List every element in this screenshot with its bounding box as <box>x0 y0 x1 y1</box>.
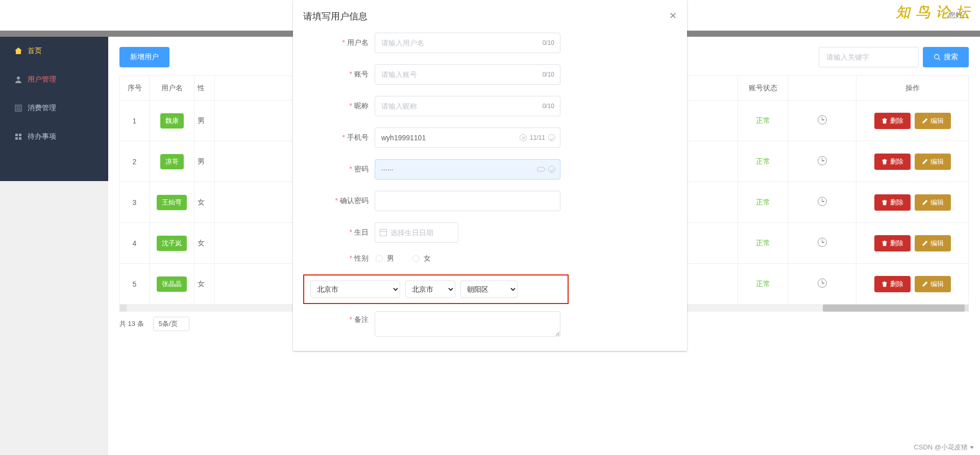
form-row-nickname: 昵称 0/10 <box>303 96 677 116</box>
radio-female-label: 女 <box>424 254 431 263</box>
watermark-footer: CSDN @小花皮猪 <box>914 443 974 452</box>
select-city[interactable]: 北京市 <box>405 281 455 298</box>
dialog-title: 请填写用户信息 <box>303 11 368 21</box>
form-row-confirm: 确认密码 <box>303 191 677 211</box>
label-password: 密码 <box>303 165 375 174</box>
label-remark: 备注 <box>303 311 375 324</box>
label-account: 账号 <box>303 70 375 79</box>
label-phone: 手机号 <box>303 133 375 142</box>
phone-suffix: 11/11 <box>520 134 555 141</box>
input-username[interactable] <box>375 33 560 53</box>
watermark-top: 知 鸟 论 坛 <box>896 3 971 22</box>
counter-nickname: 0/10 <box>542 103 555 110</box>
label-gender: 性别 <box>303 254 375 263</box>
input-nickname[interactable] <box>375 96 560 116</box>
dialog-body: 用户名 0/10 账号 0/10 昵称 0/10 手机号 <box>293 28 687 337</box>
counter-phone: 11/11 <box>530 134 545 141</box>
radio-male[interactable]: 男 <box>376 254 394 263</box>
user-form-dialog: 请填写用户信息 ✕ 用户名 0/10 账号 0/10 昵称 0/10 <box>293 0 687 351</box>
form-row-username: 用户名 0/10 <box>303 33 677 53</box>
radio-dot <box>412 255 420 262</box>
label-username: 用户名 <box>303 38 375 47</box>
input-password[interactable] <box>375 159 560 180</box>
form-row-phone: 手机号 11/11 <box>303 128 677 148</box>
dialog-header: 请填写用户信息 ✕ <box>293 0 687 28</box>
form-row-gender: 性别 男 女 <box>303 254 677 263</box>
region-selects: 北京市 北京市 朝阳区 <box>303 274 569 304</box>
clear-icon[interactable] <box>520 134 527 141</box>
check-icon <box>548 134 555 141</box>
radio-female[interactable]: 女 <box>412 254 431 263</box>
select-province[interactable]: 北京市 <box>310 281 400 298</box>
close-icon: ✕ <box>669 11 677 21</box>
input-remark[interactable] <box>375 311 560 337</box>
form-row-password: 密码 <box>303 159 677 180</box>
input-birthday[interactable] <box>375 222 458 243</box>
radio-male-label: 男 <box>387 254 394 263</box>
counter-username: 0/10 <box>542 39 555 46</box>
form-row-remark: 备注 <box>303 311 677 337</box>
calendar-icon <box>380 229 387 236</box>
eye-icon[interactable] <box>537 167 545 172</box>
check-icon <box>548 166 555 173</box>
label-confirm: 确认密码 <box>303 196 375 206</box>
dialog-close-button[interactable]: ✕ <box>669 10 677 21</box>
input-account[interactable] <box>375 64 560 85</box>
label-nickname: 昵称 <box>303 102 375 111</box>
form-row-account: 账号 0/10 <box>303 64 677 85</box>
form-row-birthday: 生日 <box>303 222 677 243</box>
label-birthday: 生日 <box>303 228 375 237</box>
password-suffix <box>537 166 555 173</box>
select-district[interactable]: 朝阳区 <box>460 281 518 298</box>
input-confirm-password[interactable] <box>375 191 560 211</box>
counter-account: 0/10 <box>542 71 555 78</box>
radio-dot <box>376 255 383 262</box>
